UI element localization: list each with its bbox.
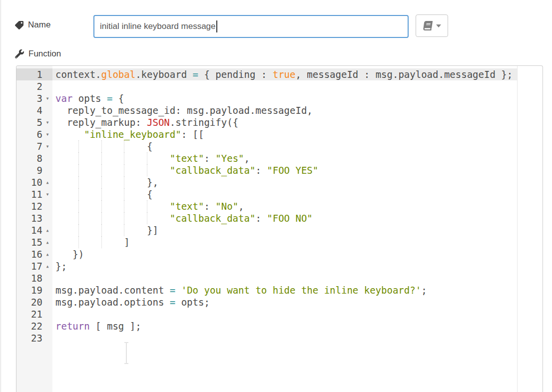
gutter-line-17[interactable]: 17▴	[16, 260, 52, 272]
fold-end-icon[interactable]: ▴	[42, 248, 52, 260]
code-line-19[interactable]: msg.payload.content = 'Do you want to hi…	[52, 284, 543, 296]
token-string: "text"	[170, 153, 204, 164]
token-default: ,	[244, 153, 250, 164]
indent-guide	[124, 152, 124, 164]
fold-start-icon[interactable]: ▾	[42, 92, 52, 104]
token-operator: =	[107, 93, 112, 104]
token-default: {	[55, 141, 152, 152]
code-line-23[interactable]	[52, 332, 543, 344]
code-line-6[interactable]: "inline_keyboard": [[	[52, 128, 543, 140]
fold-end-icon[interactable]: ▴	[42, 224, 52, 236]
fold-start-icon[interactable]: ▾	[42, 140, 52, 152]
gutter-line-11[interactable]: 11▾	[16, 188, 52, 200]
code-line-9[interactable]: "callback_data": "FOO YES"	[52, 164, 543, 176]
name-input[interactable]: initial inline keyboard message	[93, 15, 409, 38]
gutter-line-6[interactable]: 6▾	[16, 128, 52, 140]
line-number: 14	[16, 224, 42, 236]
fold-end-icon[interactable]: ▴	[42, 176, 52, 188]
code-line-15[interactable]: ]	[52, 236, 543, 248]
gutter-line-7[interactable]: 7▾	[16, 140, 52, 152]
code-line-22[interactable]: return [ msg ];	[52, 320, 543, 332]
indent-guide	[101, 200, 102, 212]
token-default	[55, 201, 170, 212]
token-variable: JSON	[147, 117, 170, 128]
tag-icon	[15, 21, 23, 29]
gutter-line-15[interactable]: 15▴	[16, 236, 52, 248]
token-string: "No"	[215, 201, 238, 212]
gutter-line-3[interactable]: 3▾	[16, 92, 52, 104]
token-default	[55, 213, 170, 224]
fold-end-icon[interactable]: ▴	[42, 236, 52, 248]
line-number: 7	[16, 140, 42, 152]
gutter-line-5[interactable]: 5▾	[16, 116, 52, 128]
fold-end-icon[interactable]: ▴	[42, 260, 52, 272]
code-line-10[interactable]: },	[52, 176, 543, 188]
indent-guide	[124, 176, 124, 188]
code-line-8[interactable]: "text": "Yes",	[52, 152, 543, 164]
line-number: 21	[16, 308, 42, 320]
indent-guide	[78, 188, 79, 200]
token-default: msg.payload.content	[55, 285, 170, 296]
code-line-1[interactable]: context.global.keyboard = { pending : tr…	[52, 68, 517, 80]
editor-scroller[interactable]: context.global.keyboard = { pending : tr…	[52, 66, 543, 392]
token-string: "callback_data"	[170, 165, 256, 176]
code-line-14[interactable]: }]	[52, 224, 543, 236]
fold-start-icon[interactable]: ▾	[42, 188, 52, 200]
gutter-line-23: 23	[16, 332, 52, 344]
token-default: ]	[55, 237, 130, 248]
token-default: .keyboard	[135, 69, 192, 80]
gutter-line-22: 22	[16, 320, 52, 332]
fold-start-icon[interactable]: ▾	[42, 116, 52, 128]
token-constant: true	[273, 69, 296, 80]
code-line-12[interactable]: "text": "No",	[52, 200, 543, 212]
code-line-5[interactable]: reply_markup: JSON.stringify({	[52, 116, 543, 128]
line-number: 19	[16, 284, 42, 296]
gutter-line-14[interactable]: 14▴	[16, 224, 52, 236]
token-default: })	[55, 249, 84, 260]
gutter-line-16[interactable]: 16▴	[16, 248, 52, 260]
indent-guide	[78, 152, 79, 164]
indent-guide	[78, 176, 79, 188]
code-line-4[interactable]: reply_to_message_id: msg.payload.message…	[52, 104, 543, 116]
gutter-line-4: 4	[16, 104, 52, 116]
token-string: 'Do you want to hide the inline keyboard…	[181, 285, 421, 296]
code-line-11[interactable]: {	[52, 188, 543, 200]
token-default: opts;	[175, 297, 210, 308]
gutter-line-12: 12	[16, 200, 52, 212]
line-number: 22	[16, 320, 42, 332]
code-line-7[interactable]: {	[52, 140, 543, 152]
code-line-21[interactable]	[52, 308, 543, 320]
token-default: context.	[55, 69, 101, 80]
code-line-13[interactable]: "callback_data": "FOO NO"	[52, 212, 543, 224]
indent-guide	[147, 152, 147, 164]
code-line-3[interactable]: var opts = {	[52, 92, 543, 104]
indent-guide	[78, 164, 79, 176]
code-line-16[interactable]: })	[52, 248, 543, 260]
line-number: 13	[16, 212, 42, 224]
token-string: "callback_data"	[170, 213, 256, 224]
token-default: }]	[55, 225, 158, 236]
gutter-line-2: 2	[16, 80, 52, 92]
token-string: "Yes"	[215, 153, 244, 164]
token-operator: =	[170, 285, 175, 296]
code-line-2[interactable]	[52, 80, 543, 92]
code-line-17[interactable]: };	[52, 260, 543, 272]
gutter-line-13: 13	[16, 212, 52, 224]
indent-guide	[101, 188, 102, 200]
token-default: reply_to_message_id: msg.payload.message…	[55, 105, 313, 116]
library-button[interactable]	[416, 14, 448, 37]
code-line-20[interactable]: msg.payload.options = opts;	[52, 296, 543, 308]
line-number: 6	[16, 128, 42, 140]
fold-start-icon[interactable]: ▾	[42, 128, 52, 140]
indent-guide	[124, 200, 124, 212]
gutter-line-1: 1	[16, 68, 52, 80]
line-number: 16	[16, 248, 42, 260]
function-code-editor[interactable]: 123▾45▾6▾7▾8910▴11▾121314▴15▴16▴17▴18192…	[16, 65, 543, 392]
gutter-line-10[interactable]: 10▴	[16, 176, 52, 188]
indent-guide	[101, 176, 102, 188]
code-line-18[interactable]	[52, 272, 543, 284]
token-operator: =	[170, 297, 175, 308]
indent-guide	[78, 224, 79, 236]
gutter-line-18: 18	[16, 272, 52, 284]
line-number: 5	[16, 116, 42, 128]
